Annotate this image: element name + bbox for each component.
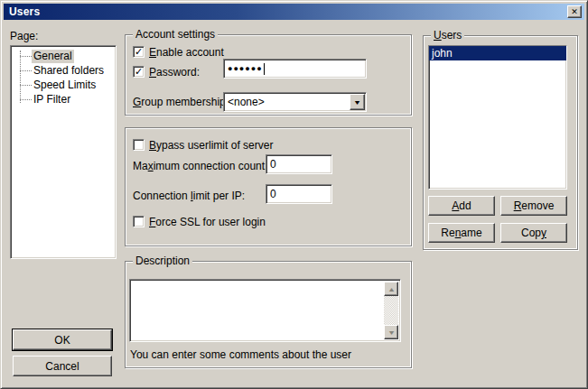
scroll-up-button[interactable]: ▲ (384, 282, 398, 296)
max-connection-value: 0 (270, 158, 276, 171)
group-membership-label: Group membership: (133, 97, 229, 108)
cancel-button[interactable]: Cancel (13, 356, 112, 376)
users-group-title: Users (431, 30, 464, 42)
close-icon: ✕ (571, 7, 578, 16)
max-connection-input[interactable]: 0 (266, 154, 332, 174)
remove-user-button[interactable]: Remove (500, 196, 567, 216)
text-caret (264, 63, 265, 75)
window-title: Users (9, 5, 40, 18)
group-membership-select[interactable]: <none> ▼ (223, 92, 367, 112)
user-name: john (432, 46, 453, 60)
tree-item-ip-filter[interactable]: IP Filter (11, 92, 116, 107)
enable-account-label: Enable account (149, 47, 224, 59)
password-label: Password: (149, 67, 200, 79)
add-user-button[interactable]: Add (428, 196, 495, 216)
tree-item-label: General (32, 50, 74, 63)
copy-user-button[interactable]: Copy (500, 223, 567, 243)
tree-item-general[interactable]: General (11, 49, 116, 63)
tree-item-shared-folders[interactable]: Shared folders (11, 63, 116, 78)
bypass-userlimit-label: Bypass userlimit of server (149, 140, 273, 152)
rename-user-button[interactable]: Rename (428, 223, 495, 243)
account-settings-title: Account settings (133, 29, 218, 41)
check-icon: ✓ (135, 47, 143, 57)
ip-limit-label: Connection limit per IP: (133, 190, 245, 202)
check-icon: ✓ (135, 67, 143, 77)
user-list-item[interactable]: john (429, 46, 566, 60)
arrow-down-icon: ▼ (387, 329, 395, 336)
close-button[interactable]: ✕ (567, 5, 582, 18)
titlebar[interactable]: Users ✕ (4, 4, 584, 20)
description-text[interactable] (132, 282, 384, 339)
tree-item-label: IP Filter (32, 93, 72, 107)
password-input[interactable]: ●●●●●● (223, 59, 367, 79)
ip-limit-value: 0 (270, 188, 276, 200)
dropdown-button[interactable]: ▼ (350, 94, 365, 110)
tree-item-label: Shared folders (32, 64, 106, 78)
password-checkbox[interactable]: ✓ (133, 66, 145, 78)
description-textarea[interactable]: ▲ ▼ (129, 279, 401, 342)
tree-line (20, 51, 21, 103)
force-ssl-checkbox[interactable]: ✓ (133, 216, 145, 227)
vertical-scrollbar[interactable]: ▲ ▼ (384, 282, 398, 339)
page-tree[interactable]: General Shared folders Speed Limits IP F… (10, 45, 117, 259)
ip-limit-input[interactable]: 0 (266, 184, 332, 204)
description-title: Description (133, 255, 192, 267)
users-dialog: Users ✕ Page: General Shared folders Spe… (0, 0, 588, 389)
force-ssl-label: Force SSL for user login (149, 217, 266, 228)
chevron-down-icon: ▼ (353, 99, 361, 106)
group-membership-value: <none> (228, 96, 265, 108)
tree-item-speed-limits[interactable]: Speed Limits (11, 78, 116, 92)
enable-account-checkbox[interactable]: ✓ (133, 46, 145, 58)
users-listbox[interactable]: john (428, 45, 567, 190)
description-hint: You can enter some comments about the us… (130, 349, 351, 361)
page-label: Page: (10, 31, 38, 42)
max-connection-label: Maximum connection count: (133, 161, 267, 172)
scroll-down-button[interactable]: ▼ (384, 325, 398, 339)
tree-item-label: Speed Limits (32, 79, 98, 92)
ok-button[interactable]: OK (13, 329, 112, 350)
bypass-userlimit-checkbox[interactable]: ✓ (133, 139, 145, 151)
arrow-up-icon: ▲ (387, 286, 395, 292)
password-masked-value: ●●●●●● (228, 59, 263, 79)
